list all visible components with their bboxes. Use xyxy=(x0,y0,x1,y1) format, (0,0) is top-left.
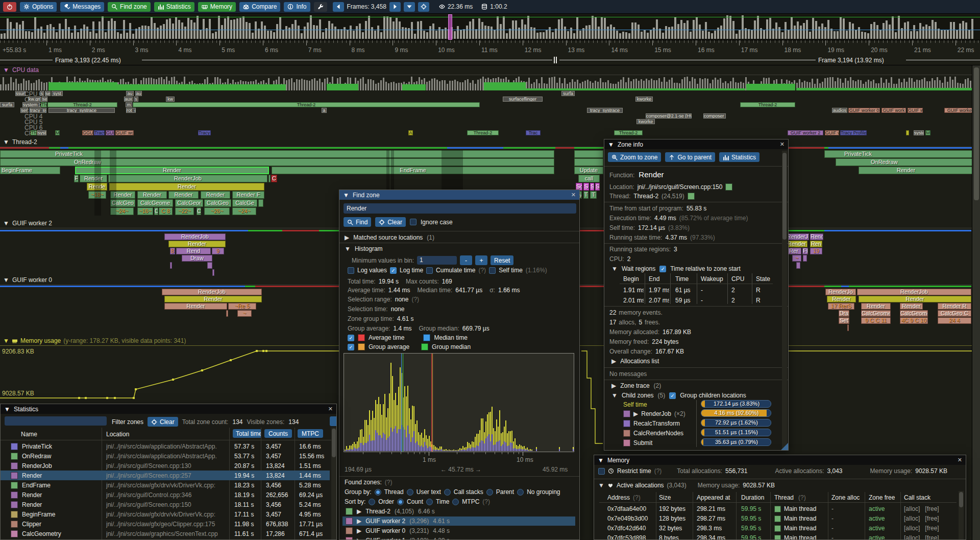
self-time-checkbox[interactable] xyxy=(489,267,496,274)
cpu-zone-chip[interactable]: kw xyxy=(166,97,175,102)
find-zone-histogram[interactable] xyxy=(344,353,574,452)
relative-time-checkbox[interactable]: ✓ xyxy=(659,266,666,272)
free-link[interactable]: [free] xyxy=(925,525,939,532)
cpu-zone-chip[interactable]: Th xyxy=(31,130,37,135)
cpu-zone-chip[interactable]: Thread-2 xyxy=(740,102,795,107)
timeline-zone[interactable]: Render xyxy=(164,303,227,310)
thread-header-guif-worker-2[interactable]: ▼GUIF worker 2 xyxy=(3,220,52,227)
next-frame-button[interactable] xyxy=(389,2,401,12)
timeline-zone[interactable] xyxy=(207,262,212,269)
timeline-zone[interactable]: RenderJob xyxy=(164,233,226,240)
timeline-zone[interactable]: S xyxy=(590,183,594,191)
cpu-zone-chip[interactable]: GUIF wor xyxy=(115,130,134,135)
timeline-zone[interactable]: CalcGeomet xyxy=(900,310,928,317)
cpu-zone-chip[interactable]: s xyxy=(40,91,44,96)
alloc-thread[interactable]: Main thread xyxy=(774,505,816,512)
timeline-zone[interactable]: CalcGeome xyxy=(861,310,891,317)
zone-info-scrollbar[interactable] xyxy=(782,151,787,449)
timeline-zone[interactable]: RenderJ xyxy=(786,233,809,240)
timeline-zone[interactable]: C xyxy=(197,207,201,215)
cpu-zone-chip[interactable]: Thre xyxy=(41,102,47,107)
cpu-zone-chip[interactable]: kw.gm xyxy=(28,97,40,102)
timeline-zone[interactable]: CalcGeo xyxy=(204,199,231,207)
cpu-zone-chip[interactable]: s xyxy=(134,97,138,102)
timeline-zone[interactable]: 8 xyxy=(170,248,175,254)
child-zone-row[interactable]: Submit xyxy=(623,439,652,447)
alloc-link[interactable]: [alloc] xyxy=(904,505,920,512)
find-zone-window-titlebar[interactable]: ▼Find zone✕ xyxy=(339,190,579,200)
timeline-zone[interactable]: CalcGe xyxy=(232,199,257,207)
cpu-zone-chip[interactable]: surfaceflinger xyxy=(503,97,543,102)
timeline-zone[interactable]: RenderJob xyxy=(162,289,262,295)
timeline-zone[interactable]: PrivateTick xyxy=(0,150,554,158)
histogram-section-row[interactable]: ▼Histogram xyxy=(345,245,383,252)
statistics-row[interactable]: Render xyxy=(11,491,42,499)
groupby-radio-no-grouping[interactable] xyxy=(517,489,524,496)
active-allocations-row[interactable]: ▼Active allocations(3,043)Memory usage:9… xyxy=(598,482,775,489)
timeline-zone[interactable]: Update xyxy=(574,167,603,174)
cpu-zone-chip[interactable]: syst xyxy=(37,130,46,135)
timeline-zone[interactable]: Rend xyxy=(810,233,823,240)
call-stack-links[interactable]: [alloc][free] xyxy=(904,515,939,522)
timeline-zone[interactable]: ~16~ xyxy=(137,207,153,215)
timeline-zone[interactable]: F xyxy=(74,175,79,182)
restrict-time-checkbox[interactable] xyxy=(598,468,605,475)
frame-separator-bar[interactable]: Frame 3,193 (22.45 ms)Frame 3,194 (13.92… xyxy=(0,55,980,65)
main-scrollbar[interactable] xyxy=(972,65,980,540)
timeline-zone[interactable]: 4C 9 C 10 xyxy=(900,317,928,324)
timeline-zone[interactable]: call xyxy=(578,175,600,182)
timeline-zone[interactable]: ~Re 5 xyxy=(228,303,256,310)
prev-frame-button[interactable] xyxy=(333,2,344,12)
timeline-zone[interactable]: CalcGeor xyxy=(175,199,203,207)
timeline-zone[interactable]: S xyxy=(595,183,600,191)
timeline-zone[interactable]: T xyxy=(583,191,589,199)
call-stack-links[interactable]: [alloc][free] xyxy=(904,534,939,540)
zone-trace-row[interactable]: ▶Zone trace(2) xyxy=(611,382,661,389)
statistics-button[interactable]: Statistics xyxy=(719,152,760,162)
timeline-zone[interactable]: BeginFrame xyxy=(0,167,60,174)
statistics-row[interactable]: RenderJob xyxy=(11,462,52,469)
timeline-zone[interactable] xyxy=(803,255,807,262)
timeline-zone[interactable]: 9 C C 11 xyxy=(861,317,891,324)
timeline-zone[interactable]: Render xyxy=(786,241,807,247)
cpu-zone-chip[interactable]: m xyxy=(126,102,132,107)
compare-button[interactable]: Compare xyxy=(239,2,280,12)
timeline-zone[interactable] xyxy=(212,269,214,276)
timeline-zone[interactable]: Render xyxy=(109,183,264,191)
cpu-zone-chip[interactable]: tracy_systrace xyxy=(587,108,623,113)
timeline-zone[interactable]: Render xyxy=(168,241,226,247)
sortby-radio-time[interactable] xyxy=(426,499,433,505)
tools-button[interactable] xyxy=(314,2,327,12)
resize-grip[interactable] xyxy=(781,443,788,450)
cpu-zone-chip[interactable]: se xyxy=(45,91,51,96)
cpu-zone-chip[interactable]: syst xyxy=(52,91,63,96)
sortby-radio-order[interactable] xyxy=(369,499,375,505)
cpu-zone-chip[interactable]: Thread-2 xyxy=(133,102,480,107)
statistics-row[interactable]: Render xyxy=(11,472,42,479)
focus-frame-button[interactable] xyxy=(418,2,429,12)
zoom-to-zone-button[interactable]: Zoom to zone xyxy=(608,152,661,162)
found-zone-group-row[interactable]: ▶GUIF worker 0(3,231)4.48 s xyxy=(346,527,450,534)
messages-button[interactable]: Messages xyxy=(60,2,104,12)
scrollbar-thumb[interactable] xyxy=(959,492,963,507)
find-zone-button[interactable]: Find zone xyxy=(108,2,151,12)
increase-button[interactable]: + xyxy=(475,255,487,265)
main-scrollbar-thumb[interactable] xyxy=(974,67,979,200)
alloc-link[interactable]: [alloc] xyxy=(904,534,920,540)
cpu-zone-chip[interactable]: M xyxy=(925,130,930,135)
cpu-zone-chip[interactable] xyxy=(906,130,909,135)
cpu-zone-chip[interactable]: Thread-2 xyxy=(467,130,499,135)
cpu-zone-chip[interactable]: M xyxy=(55,130,60,135)
timeline-zone[interactable]: CalcGeo C xyxy=(938,310,971,317)
timeline-zone[interactable]: EndFrame xyxy=(272,167,554,174)
timeline-zone[interactable]: Render xyxy=(80,175,107,182)
statistics-scrollbar[interactable] xyxy=(331,428,336,540)
cpu-zone-chip[interactable]: system se xyxy=(22,102,40,107)
timeline-zone[interactable]: Rend xyxy=(176,248,211,254)
timeline-zone[interactable]: Render xyxy=(861,303,891,310)
child-zone-row[interactable]: CalcRenderNodes xyxy=(623,430,683,437)
timeline-zone[interactable]: T xyxy=(590,191,597,199)
timeline-zone[interactable]: Render xyxy=(137,191,167,199)
log-values-checkbox[interactable] xyxy=(348,267,354,274)
timeline-zone[interactable] xyxy=(268,175,271,182)
